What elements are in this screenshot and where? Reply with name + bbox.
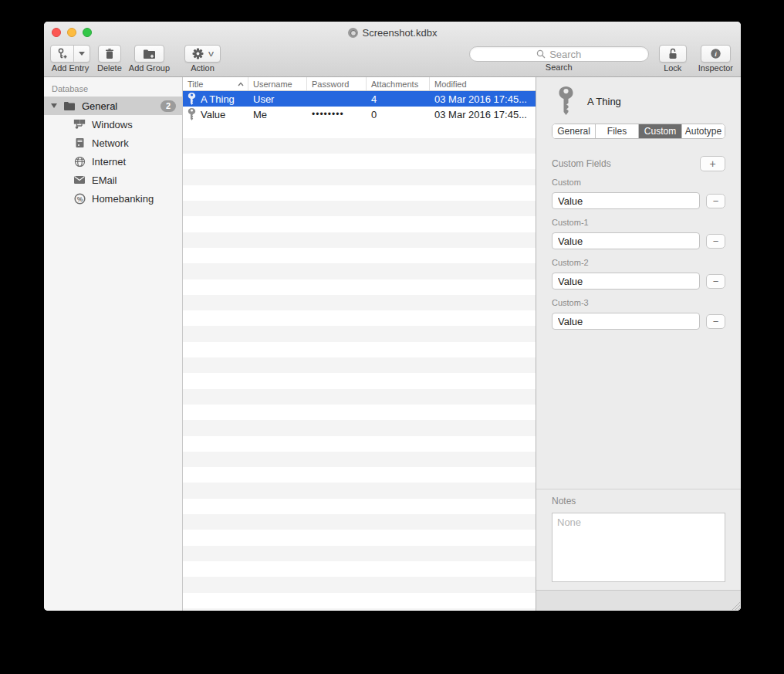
empty-table-row <box>183 593 536 608</box>
inspector-button[interactable]: i <box>701 45 731 63</box>
empty-table-row <box>183 420 536 435</box>
minimize-button[interactable] <box>67 28 76 37</box>
resize-grip[interactable] <box>732 601 740 610</box>
sidebar-item-label: Homebanking <box>92 193 154 205</box>
sidebar-item-label: Internet <box>92 156 126 168</box>
zoom-button[interactable] <box>83 28 92 37</box>
percent-icon: % <box>73 192 86 205</box>
notes-textarea[interactable] <box>552 513 725 582</box>
custom-field-label: Custom-3 <box>552 298 725 307</box>
empty-table-row <box>183 138 536 154</box>
add-custom-field-button[interactable]: + <box>700 156 725 171</box>
remove-custom-field-button[interactable]: − <box>706 314 725 329</box>
empty-table-row <box>183 279 536 295</box>
add-group-button[interactable] <box>134 45 164 63</box>
envelope-icon <box>73 174 86 186</box>
empty-table-row <box>183 201 536 216</box>
cell-password <box>307 91 367 107</box>
add-entry-dropdown[interactable] <box>73 46 90 62</box>
search-icon <box>536 49 546 59</box>
close-button[interactable] <box>52 28 61 37</box>
remove-custom-field-button[interactable]: − <box>706 274 725 289</box>
server-icon <box>73 137 86 149</box>
add-group-label: Add Group <box>129 63 170 73</box>
trash-icon <box>99 46 120 62</box>
empty-table-row <box>183 405 536 420</box>
titlebar[interactable]: Screenshot.kdbx <box>44 22 741 43</box>
column-header-title[interactable]: Title <box>183 77 248 90</box>
empty-table-row <box>183 467 536 483</box>
toolbar: Add Entry Delete <box>44 43 741 76</box>
column-header-modified[interactable]: Modified <box>430 77 536 90</box>
sidebar-item-email[interactable]: EMail <box>44 171 182 189</box>
custom-field-value-input[interactable] <box>552 192 700 209</box>
search-input[interactable]: Search <box>469 46 649 62</box>
empty-table-row <box>183 373 536 388</box>
table-row[interactable]: A ThingUser403 Mar 2016 17:45... <box>183 91 536 107</box>
cell-modified: 03 Mar 2016 17:45... <box>430 91 536 107</box>
remove-custom-field-button[interactable]: − <box>706 234 725 249</box>
sidebar-item-label: Network <box>92 137 129 149</box>
column-header-label: Title <box>188 80 203 89</box>
tab-files[interactable]: Files <box>596 124 639 138</box>
custom-field-value-input[interactable] <box>552 313 700 330</box>
disclosure-triangle-icon[interactable] <box>51 103 57 108</box>
sidebar-item-general[interactable]: General 2 <box>44 97 182 115</box>
tab-autotype[interactable]: Autotype <box>682 124 725 138</box>
empty-table-row <box>183 263 536 279</box>
custom-field-value-input[interactable] <box>552 232 700 249</box>
column-header-attachments[interactable]: Attachments <box>367 77 430 90</box>
custom-field-group: Custom-3− <box>552 298 725 330</box>
sidebar-item-internet[interactable]: Internet <box>44 152 182 171</box>
unlocked-padlock-icon <box>660 46 686 62</box>
column-header-username[interactable]: Username <box>248 77 307 90</box>
cell-title: Value <box>183 107 248 122</box>
window-chrome: Screenshot.kdbx <box>44 22 741 77</box>
cell-username: User <box>248 91 307 107</box>
add-entry-button[interactable] <box>50 45 90 63</box>
empty-table-row <box>183 185 536 201</box>
lock-label: Lock <box>664 63 681 73</box>
delete-label: Delete <box>97 63 122 73</box>
tab-general[interactable]: General <box>553 124 596 138</box>
search-label: Search <box>546 63 573 73</box>
empty-table-row <box>183 499 536 514</box>
svg-text:%: % <box>76 195 83 202</box>
globe-icon <box>73 155 86 168</box>
sidebar-item-homebanking[interactable]: %Homebanking <box>44 189 182 208</box>
custom-field-group: Custom− <box>552 178 725 209</box>
empty-table-row <box>183 232 536 248</box>
empty-table-row <box>183 310 536 326</box>
notes-heading: Notes <box>552 496 725 506</box>
empty-table-row <box>183 169 536 185</box>
empty-table-row <box>183 342 536 357</box>
sidebar-item-network[interactable]: Network <box>44 134 182 152</box>
custom-field-label: Custom <box>552 178 725 187</box>
remove-custom-field-button[interactable]: − <box>706 194 725 208</box>
windows-network-icon <box>73 118 86 130</box>
custom-field-value-input[interactable] <box>552 273 700 290</box>
empty-table-row <box>183 561 536 577</box>
column-header-password[interactable]: Password <box>307 77 367 90</box>
cell-title: A Thing <box>183 91 248 107</box>
empty-table-row <box>183 389 536 405</box>
delete-button[interactable] <box>98 45 121 63</box>
action-button[interactable]: v <box>184 45 221 63</box>
inspector-footer <box>536 590 741 611</box>
document-proxy-icon[interactable] <box>348 28 358 38</box>
lock-button[interactable] <box>659 45 687 63</box>
folder-plus-icon <box>135 46 164 62</box>
app-window: Screenshot.kdbx <box>44 22 741 611</box>
traffic-lights <box>52 28 92 37</box>
table-body: A ThingUser403 Mar 2016 17:45...ValueMe•… <box>183 91 536 611</box>
inspector-label: Inspector <box>698 63 733 73</box>
empty-table-row <box>183 248 536 263</box>
cell-attachments: 4 <box>367 91 430 107</box>
tab-custom[interactable]: Custom <box>639 124 682 138</box>
empty-table-row <box>183 154 536 169</box>
table-row[interactable]: ValueMe••••••••003 Mar 2016 17:45... <box>183 107 536 122</box>
cell-modified: 03 Mar 2016 17:45... <box>430 107 536 122</box>
cell-username: Me <box>248 107 307 122</box>
sidebar-item-windows[interactable]: Windows <box>44 115 182 134</box>
column-header-label: Password <box>312 80 349 89</box>
